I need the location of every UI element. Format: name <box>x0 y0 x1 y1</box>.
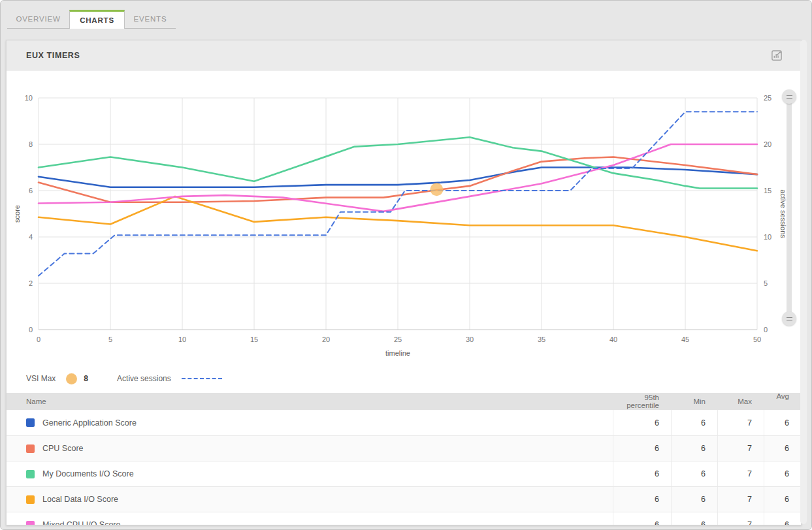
svg-text:40: 40 <box>609 335 617 343</box>
max-cell: 7 <box>717 487 764 512</box>
p95-cell: 6 <box>613 436 671 461</box>
vsi-max-dot-icon <box>66 373 77 384</box>
series-name-cell: My Documents I/O Score <box>7 461 613 486</box>
p95-cell: 6 <box>613 512 671 525</box>
vsi-max-value: 8 <box>84 374 88 383</box>
vsi-max-label: VSI Max <box>26 374 56 383</box>
right-axis-range-slider <box>782 89 796 326</box>
svg-text:10: 10 <box>178 335 186 343</box>
column-max: Max <box>717 398 764 405</box>
svg-text:25: 25 <box>394 335 402 343</box>
slider-track[interactable] <box>787 97 792 319</box>
avg-cell: 6 <box>764 512 801 525</box>
panel-header: EUX TIMERS <box>7 40 801 70</box>
series-name-cell: Generic Application Score <box>7 410 613 435</box>
max-cell: 7 <box>717 512 764 525</box>
svg-text:25: 25 <box>764 94 771 102</box>
svg-text:15: 15 <box>764 187 771 195</box>
svg-text:10: 10 <box>25 94 33 102</box>
axis-labels: timelinescoreactive sessions <box>13 189 787 357</box>
p95-cell: 6 <box>613 461 671 486</box>
table-row[interactable]: CPU Score6676 <box>7 435 801 461</box>
vsi-max-marker[interactable] <box>430 183 443 196</box>
x-axis-label: timeline <box>385 349 410 357</box>
series-name: CPU Score <box>42 444 84 453</box>
svg-text:4: 4 <box>29 233 33 241</box>
svg-text:2: 2 <box>29 279 33 287</box>
series-name: Mixed CPU I/O Score <box>42 520 120 525</box>
svg-text:8: 8 <box>29 140 33 148</box>
series-name-cell: Mixed CPU I/O Score <box>7 512 613 525</box>
table-row[interactable]: Mixed CPU I/O Score6676 <box>7 512 801 525</box>
series-name-cell: Local Data I/O Score <box>7 487 613 512</box>
max-cell: 7 <box>717 410 764 435</box>
svg-text:0: 0 <box>37 335 41 343</box>
svg-text:20: 20 <box>764 140 771 148</box>
p95-cell: 6 <box>613 410 671 435</box>
series-name: My Documents I/O Score <box>42 469 134 478</box>
slider-handle-top[interactable] <box>782 89 796 104</box>
series-name: Local Data I/O Score <box>42 495 118 504</box>
column-min: Min <box>671 398 717 405</box>
series-color-swatch <box>26 418 35 427</box>
eux-chart: 0510152025303540455002468100510152025tim… <box>7 70 802 364</box>
scrollbar[interactable] <box>800 40 807 524</box>
min-cell: 6 <box>671 487 717 512</box>
left-axis-label: score <box>13 205 21 223</box>
eux-timers-panel: EUX TIMERS 05101520253035404550024681005… <box>6 40 802 525</box>
svg-text:10: 10 <box>764 233 771 241</box>
svg-text:50: 50 <box>753 335 761 343</box>
series-name: Generic Application Score <box>42 418 137 428</box>
tab-events[interactable]: EVENTS <box>125 10 176 29</box>
p95-cell: 6 <box>613 487 671 512</box>
column-95th-percentile: 95th percentile <box>613 394 671 409</box>
avg-cell: 6 <box>764 436 801 461</box>
svg-text:0: 0 <box>29 326 33 334</box>
slider-handle-bottom[interactable] <box>782 311 796 326</box>
series-color-swatch <box>26 444 35 453</box>
chart-svg: 0510152025303540455002468100510152025tim… <box>7 70 802 364</box>
table-row[interactable]: Generic Application Score6676 <box>7 410 801 435</box>
chart-edit-icon[interactable] <box>768 47 785 64</box>
max-cell: 7 <box>717 461 764 486</box>
svg-text:30: 30 <box>466 335 474 343</box>
avg-cell: 6 <box>764 410 801 435</box>
svg-text:5: 5 <box>108 335 112 343</box>
series-color-swatch <box>26 470 35 478</box>
table-row[interactable]: My Documents I/O Score6676 <box>7 461 801 486</box>
svg-text:6: 6 <box>29 187 33 195</box>
grip-icon <box>787 317 792 320</box>
grip-icon <box>787 95 792 99</box>
panel-title: EUX TIMERS <box>26 51 768 60</box>
avg-cell: 6 <box>764 461 801 486</box>
tab-bar: OVERVIEW CHARTS EVENTS <box>7 10 176 29</box>
max-cell: 7 <box>717 436 764 461</box>
column-avg: Avg <box>764 392 801 400</box>
chart-legend: VSI Max 8 Active sessions <box>7 364 801 393</box>
table-header: Name 95th percentile Min Max Avg <box>7 393 801 410</box>
svg-text:0: 0 <box>764 326 768 334</box>
svg-text:5: 5 <box>764 279 768 287</box>
svg-text:45: 45 <box>681 335 689 343</box>
min-cell: 6 <box>671 410 717 435</box>
svg-text:15: 15 <box>250 335 258 343</box>
tab-charts[interactable]: CHARTS <box>69 10 125 29</box>
active-sessions-dash-icon <box>182 378 222 379</box>
tab-overview[interactable]: OVERVIEW <box>7 10 69 29</box>
series-name-cell: CPU Score <box>7 436 613 461</box>
series-color-swatch <box>26 495 35 504</box>
avg-cell: 6 <box>764 487 801 512</box>
table-row[interactable]: Local Data I/O Score6676 <box>7 486 801 512</box>
series-color-swatch <box>26 521 35 526</box>
min-cell: 6 <box>671 461 717 486</box>
min-cell: 6 <box>671 512 717 525</box>
stats-table: Name 95th percentile Min Max Avg Generic… <box>7 393 801 525</box>
min-cell: 6 <box>671 436 717 461</box>
svg-text:20: 20 <box>322 335 330 343</box>
table-body: Generic Application Score6676CPU Score66… <box>7 410 801 525</box>
svg-text:35: 35 <box>538 335 545 343</box>
app-window: OVERVIEW CHARTS EVENTS EUX TIMERS 051015… <box>0 0 812 530</box>
gridlines <box>39 98 757 330</box>
active-sessions-label: Active sessions <box>117 374 171 383</box>
column-name: Name <box>7 398 613 405</box>
